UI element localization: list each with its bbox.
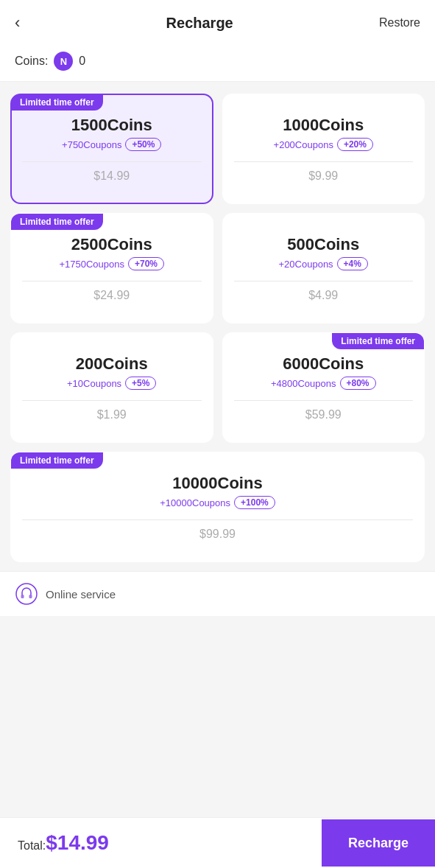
coupons-text: +10Coupons (67, 378, 121, 389)
price: $99.99 (199, 528, 236, 541)
price: $24.99 (93, 289, 130, 302)
coupons-text: +750Coupons (62, 139, 121, 150)
coins-value: 0 (79, 55, 85, 68)
percent-badge: +70% (128, 257, 164, 270)
coupons-row: +20Coupons +4% (279, 257, 368, 270)
divider (234, 161, 414, 162)
price: $14.99 (93, 169, 130, 183)
coupons-row: +10Coupons +5% (67, 377, 156, 390)
coupons-text: +20Coupons (279, 259, 333, 270)
limited-badge: Limited time offer (11, 214, 103, 230)
back-button[interactable]: ‹ (15, 13, 20, 32)
total-amount: $14.99 (46, 831, 109, 854)
coins-amount: 200Coins (76, 354, 148, 374)
percent-badge: +4% (337, 257, 368, 270)
price: $9.99 (308, 169, 338, 183)
page-title: Recharge (166, 15, 233, 32)
limited-badge: Limited time offer (11, 94, 103, 111)
total-section: Total:$14.99 (0, 818, 322, 868)
coins-amount: 500Coins (287, 235, 359, 254)
footer: Total:$14.99 Recharge (0, 817, 435, 868)
coupons-text: +200Coupons (274, 139, 333, 150)
divider (22, 161, 202, 162)
svg-rect-2 (29, 595, 32, 598)
package-6000[interactable]: Limited time offer 6000Coins +4800Coupon… (222, 332, 425, 443)
percent-badge: +80% (340, 377, 376, 390)
divider (22, 281, 202, 281)
package-2500[interactable]: Limited time offer 2500Coins +1750Coupon… (10, 213, 213, 323)
package-1000[interactable]: 1000Coins +200Coupons +20% $9.99 (222, 94, 425, 204)
coins-amount: 10000Coins (172, 474, 262, 493)
coins-amount: 2500Coins (71, 235, 152, 254)
divider (234, 281, 414, 281)
package-500[interactable]: 500Coins +20Coupons +4% $4.99 (222, 213, 425, 323)
package-10000[interactable]: Limited time offer 10000Coins +10000Coup… (10, 452, 425, 562)
packages-area: Limited time offer 1500Coins +750Coupons… (0, 82, 435, 571)
headset-icon (15, 582, 38, 606)
coins-label: Coins: (15, 55, 48, 68)
service-label: Online service (46, 588, 116, 601)
percent-badge: +5% (125, 377, 156, 390)
total-label: Total: (18, 839, 46, 852)
header: ‹ Recharge Restore (0, 0, 435, 43)
packages-grid: Limited time offer 1500Coins +750Coupons… (10, 94, 425, 443)
price: $59.99 (305, 408, 342, 421)
divider (22, 519, 413, 520)
coupons-row: +750Coupons +50% (62, 138, 161, 151)
coupons-row: +4800Coupons +80% (271, 377, 376, 390)
divider (234, 400, 414, 401)
price: $1.99 (97, 408, 127, 421)
coupons-text: +10000Coupons (160, 497, 230, 508)
svg-point-0 (16, 584, 37, 604)
percent-badge: +20% (337, 138, 373, 151)
coupons-text: +4800Coupons (271, 378, 336, 389)
percent-badge: +50% (125, 138, 161, 151)
coins-amount: 6000Coins (283, 354, 364, 374)
coins-amount: 1500Coins (71, 116, 152, 135)
restore-button[interactable]: Restore (379, 16, 420, 29)
coupons-row: +1750Coupons +70% (59, 257, 164, 270)
package-200[interactable]: 200Coins +10Coupons +5% $1.99 (10, 332, 213, 443)
coupons-row: +200Coupons +20% (274, 138, 373, 151)
service-row[interactable]: Online service (0, 571, 435, 616)
coupons-text: +1750Coupons (59, 259, 124, 270)
coupons-row: +10000Coupons +100% (160, 496, 275, 509)
limited-badge: Limited time offer (11, 452, 103, 469)
coins-bar: Coins: N 0 (0, 43, 435, 82)
limited-badge: Limited time offer (332, 333, 424, 349)
price: $4.99 (308, 289, 338, 302)
coin-icon: N (54, 52, 73, 71)
coins-amount: 1000Coins (283, 116, 364, 135)
package-1500[interactable]: Limited time offer 1500Coins +750Coupons… (10, 94, 213, 204)
svg-rect-1 (21, 595, 24, 598)
divider (22, 400, 202, 401)
recharge-button[interactable]: Recharge (322, 819, 435, 867)
percent-badge: +100% (234, 496, 275, 509)
